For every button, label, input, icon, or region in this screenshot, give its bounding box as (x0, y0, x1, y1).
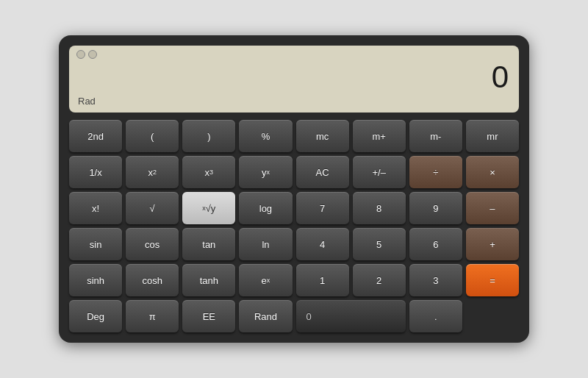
btn-cosh[interactable]: cosh (126, 264, 179, 296)
display-dot-2 (88, 50, 97, 59)
btn-rand[interactable]: Rand (239, 300, 292, 332)
display-area: 0 Rad (69, 46, 519, 113)
btn-tan[interactable]: tan (182, 228, 235, 260)
btn-5[interactable]: 5 (353, 228, 406, 260)
btn-multiply[interactable]: × (466, 156, 519, 188)
btn-open-paren[interactable]: ( (126, 120, 179, 152)
btn-subtract[interactable]: – (466, 192, 519, 224)
btn-deg[interactable]: Deg (69, 300, 122, 332)
btn-1[interactable]: 1 (296, 264, 349, 296)
btn-mr[interactable]: mr (466, 120, 519, 152)
btn-xrooty[interactable]: x√y (182, 192, 235, 224)
display-value: 0 (76, 60, 512, 94)
btn-negate[interactable]: +/– (353, 156, 406, 188)
btn-ln[interactable]: ln (239, 228, 292, 260)
btn-2[interactable]: 2 (353, 264, 406, 296)
btn-yx[interactable]: yx (239, 156, 292, 188)
btn-0[interactable]: 0 (296, 300, 406, 332)
btn-reciprocal[interactable]: 1/x (69, 156, 122, 188)
btn-sqrt[interactable]: √ (126, 192, 179, 224)
btn-8[interactable]: 8 (353, 192, 406, 224)
btn-4[interactable]: 4 (296, 228, 349, 260)
btn-sin[interactable]: sin (69, 228, 122, 260)
btn-pi[interactable]: π (126, 300, 179, 332)
btn-cube[interactable]: x3 (182, 156, 235, 188)
btn-log[interactable]: log (239, 192, 292, 224)
btn-divide[interactable]: ÷ (409, 156, 462, 188)
btn-square[interactable]: x2 (126, 156, 179, 188)
btn-decimal[interactable]: . (409, 300, 462, 332)
buttons-grid: 2nd()%mcm+m-mr1/xx2x3yxAC+/–÷×x!√x√ylog7… (69, 120, 519, 332)
btn-7[interactable]: 7 (296, 192, 349, 224)
btn-6[interactable]: 6 (409, 228, 462, 260)
btn-equals[interactable]: = (466, 264, 519, 296)
btn-close-paren[interactable]: ) (182, 120, 235, 152)
btn-percent[interactable]: % (239, 120, 292, 152)
btn-9[interactable]: 9 (409, 192, 462, 224)
display-mode: Rad (76, 94, 512, 110)
btn-factorial[interactable]: x! (69, 192, 122, 224)
btn-cos[interactable]: cos (126, 228, 179, 260)
btn-sinh[interactable]: sinh (69, 264, 122, 296)
btn-mc[interactable]: mc (296, 120, 349, 152)
btn-m-plus[interactable]: m+ (353, 120, 406, 152)
btn-ee[interactable]: EE (182, 300, 235, 332)
calculator: 0 Rad 2nd()%mcm+m-mr1/xx2x3yxAC+/–÷×x!√x… (59, 35, 529, 343)
btn-add[interactable]: + (466, 228, 519, 260)
btn-3[interactable]: 3 (409, 264, 462, 296)
btn-tanh[interactable]: tanh (182, 264, 235, 296)
btn-2nd[interactable]: 2nd (69, 120, 122, 152)
display-dot-1 (76, 50, 85, 59)
btn-ex[interactable]: ex (239, 264, 292, 296)
btn-ac[interactable]: AC (296, 156, 349, 188)
btn-m-minus[interactable]: m- (409, 120, 462, 152)
